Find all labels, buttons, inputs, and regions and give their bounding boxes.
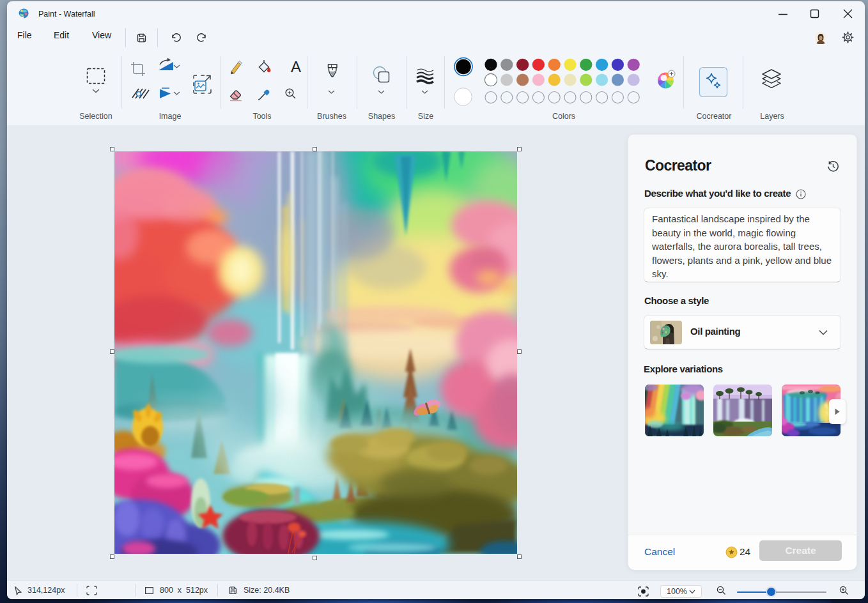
- svg-text:A: A: [291, 58, 301, 75]
